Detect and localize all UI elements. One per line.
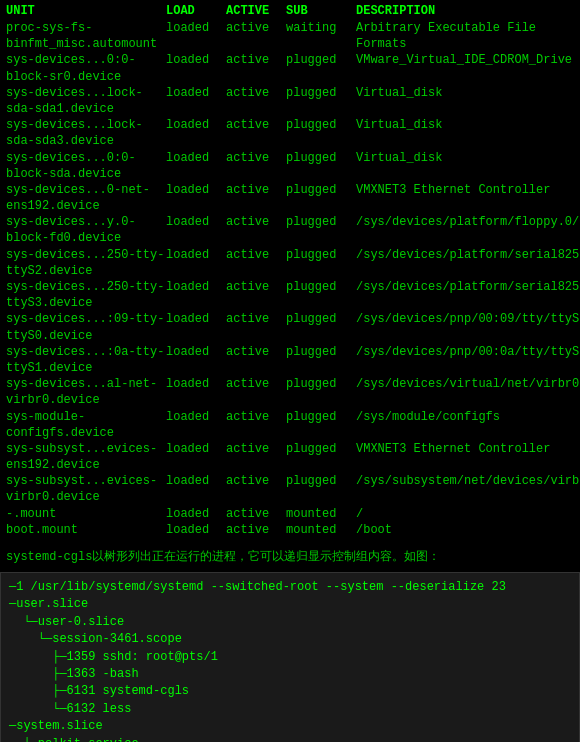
cell-active: active xyxy=(226,506,286,522)
cell-desc: /sys/devices/platform/serial8250/t xyxy=(356,279,580,311)
tree-line: ├─6131 systemd-cgls xyxy=(9,683,571,700)
cell-desc: /sys/subsystem/net/devices/virbr0 xyxy=(356,473,580,505)
cell-sub: plugged xyxy=(286,376,356,408)
cell-desc: /boot xyxy=(356,522,574,538)
cell-desc: Virtual_disk xyxy=(356,117,574,149)
cell-active: active xyxy=(226,150,286,182)
cell-load: loaded xyxy=(166,182,226,214)
cell-active: active xyxy=(226,311,286,343)
cell-desc: /sys/devices/platform/serial8250/t xyxy=(356,247,580,279)
cell-desc: /sys/devices/pnp/00:0a/tty/ttyS1 xyxy=(356,344,580,376)
table-row: sys-subsyst...evices-virbr0.device loade… xyxy=(6,473,574,505)
cell-load: loaded xyxy=(166,522,226,538)
cell-desc: VMware_Virtual_IDE_CDROM_Drive xyxy=(356,52,574,84)
table-body: proc-sys-fs-binfmt_misc.automount loaded… xyxy=(6,20,574,538)
cell-load: loaded xyxy=(166,150,226,182)
cell-desc: /sys/devices/virtual/net/virbr0 xyxy=(356,376,579,408)
cell-load: loaded xyxy=(166,247,226,279)
cell-sub: plugged xyxy=(286,409,356,441)
table-row: sys-subsyst...evices-ens192.device loade… xyxy=(6,441,574,473)
cell-unit: proc-sys-fs-binfmt_misc.automount xyxy=(6,20,166,52)
cell-unit: sys-devices...:0a-tty-ttyS1.device xyxy=(6,344,166,376)
cell-sub: plugged xyxy=(286,52,356,84)
tree-line: ├─polkit.service xyxy=(9,736,571,742)
cell-load: loaded xyxy=(166,473,226,505)
cell-load: loaded xyxy=(166,506,226,522)
table-row: sys-devices...250-tty-ttyS2.device loade… xyxy=(6,247,574,279)
table-row: boot.mount loaded active mounted /boot xyxy=(6,522,574,538)
cell-desc: VMXNET3 Ethernet Controller xyxy=(356,441,574,473)
cell-load: loaded xyxy=(166,279,226,311)
cell-active: active xyxy=(226,85,286,117)
tree-line: ─user.slice xyxy=(9,596,571,613)
table-row: sys-devices...250-tty-ttyS3.device loade… xyxy=(6,279,574,311)
col-header-sub: SUB xyxy=(286,4,356,18)
top-section: UNIT LOAD ACTIVE SUB DESCRIPTION proc-sy… xyxy=(0,0,580,542)
cell-desc: Virtual_disk xyxy=(356,150,574,182)
cell-active: active xyxy=(226,117,286,149)
cell-unit: sys-devices...0:0-block-sda.device xyxy=(6,150,166,182)
cell-unit: sys-devices...:09-tty-ttyS0.device xyxy=(6,311,166,343)
cell-active: active xyxy=(226,409,286,441)
cell-sub: plugged xyxy=(286,182,356,214)
table-row: sys-devices...lock-sda-sda3.device loade… xyxy=(6,117,574,149)
cell-load: loaded xyxy=(166,214,226,246)
cell-load: loaded xyxy=(166,117,226,149)
cell-unit: sys-subsyst...evices-ens192.device xyxy=(6,441,166,473)
col-header-unit: UNIT xyxy=(6,4,166,18)
cell-load: loaded xyxy=(166,441,226,473)
cell-load: loaded xyxy=(166,409,226,441)
cell-sub: plugged xyxy=(286,150,356,182)
cell-active: active xyxy=(226,279,286,311)
cell-desc: VMXNET3 Ethernet Controller xyxy=(356,182,574,214)
cell-sub: mounted xyxy=(286,522,356,538)
cell-active: active xyxy=(226,20,286,52)
table-row: sys-devices...al-net-virbr0.device loade… xyxy=(6,376,574,408)
tree-line: ─1 /usr/lib/systemd/systemd --switched-r… xyxy=(9,579,571,596)
tree-line: ├─1363 -bash xyxy=(9,666,571,683)
cell-desc: /sys/devices/platform/floppy.0/blo xyxy=(356,214,580,246)
cell-sub: plugged xyxy=(286,311,356,343)
table-row: sys-devices...:09-tty-ttyS0.device loade… xyxy=(6,311,574,343)
cell-sub: plugged xyxy=(286,117,356,149)
cell-desc: /sys/devices/pnp/00:09/tty/ttyS0 xyxy=(356,311,580,343)
col-header-desc: DESCRIPTION xyxy=(356,4,574,18)
cell-active: active xyxy=(226,247,286,279)
tree-line: └─user-0.slice xyxy=(9,614,571,631)
table-row: proc-sys-fs-binfmt_misc.automount loaded… xyxy=(6,20,574,52)
middle-text: systemd-cgls以树形列出正在运行的进程，它可以递归显示控制组内容。如图… xyxy=(0,542,580,570)
cell-unit: sys-devices...al-net-virbr0.device xyxy=(6,376,166,408)
cell-unit: sys-subsyst...evices-virbr0.device xyxy=(6,473,166,505)
table-row: -.mount loaded active mounted / xyxy=(6,506,574,522)
cell-unit: sys-devices...0-net-ens192.device xyxy=(6,182,166,214)
cell-load: loaded xyxy=(166,311,226,343)
cell-sub: plugged xyxy=(286,85,356,117)
cell-sub: mounted xyxy=(286,506,356,522)
tree-line: ─system.slice xyxy=(9,718,571,735)
cell-desc: Arbitrary Executable File Formats xyxy=(356,20,574,52)
cell-load: loaded xyxy=(166,85,226,117)
cell-active: active xyxy=(226,473,286,505)
cell-sub: plugged xyxy=(286,473,356,505)
bottom-section: ─1 /usr/lib/systemd/systemd --switched-r… xyxy=(0,572,580,742)
table-row: sys-devices...0:0-block-sr0.device loade… xyxy=(6,52,574,84)
col-header-active: ACTIVE xyxy=(226,4,286,18)
cell-active: active xyxy=(226,522,286,538)
cell-active: active xyxy=(226,344,286,376)
table-row: sys-devices...y.0-block-fd0.device loade… xyxy=(6,214,574,246)
cell-active: active xyxy=(226,214,286,246)
cell-unit: sys-devices...250-tty-ttyS3.device xyxy=(6,279,166,311)
cell-load: loaded xyxy=(166,20,226,52)
cell-sub: plugged xyxy=(286,344,356,376)
cell-unit: sys-devices...lock-sda-sda3.device xyxy=(6,117,166,149)
table-row: sys-devices...:0a-tty-ttyS1.device loade… xyxy=(6,344,574,376)
tree-line: └─6132 less xyxy=(9,701,571,718)
cell-desc: / xyxy=(356,506,574,522)
cell-unit: sys-devices...y.0-block-fd0.device xyxy=(6,214,166,246)
cell-load: loaded xyxy=(166,52,226,84)
tree-line: └─session-3461.scope xyxy=(9,631,571,648)
cell-sub: plugged xyxy=(286,441,356,473)
cell-load: loaded xyxy=(166,344,226,376)
cell-active: active xyxy=(226,52,286,84)
table-row: sys-devices...0-net-ens192.device loaded… xyxy=(6,182,574,214)
